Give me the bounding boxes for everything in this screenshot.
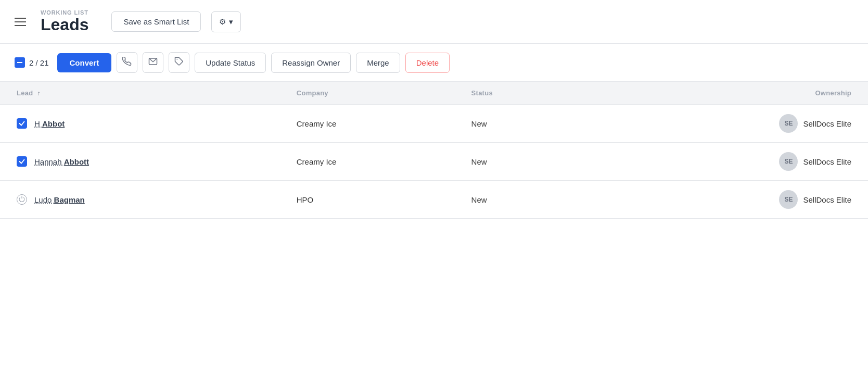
status-cell: New (461, 181, 583, 219)
sort-asc-icon: ↑ (37, 90, 40, 97)
leads-table-container: Lead ↑ Company Status Ownership H AbbotC… (0, 82, 868, 219)
ownership-cell: SESellDocs Elite (583, 105, 868, 143)
avatar: SE (779, 114, 798, 133)
page-header: WORKING LIST Leads Save as Smart List ⚙ … (0, 0, 868, 44)
tag-button[interactable] (169, 52, 189, 73)
save-smart-list-button[interactable]: Save as Smart List (111, 11, 201, 32)
lead-cell: H Abbot (0, 105, 286, 143)
owner-name: SellDocs Elite (803, 119, 851, 128)
row-checkbox[interactable] (17, 156, 27, 167)
email-icon (148, 57, 158, 68)
convert-button[interactable]: Convert (57, 53, 112, 72)
ownership-cell: SESellDocs Elite (583, 143, 868, 181)
merge-button[interactable]: Merge (356, 53, 400, 73)
lead-name[interactable]: Hannah Abbott (34, 157, 89, 166)
phone-icon (122, 57, 132, 68)
table-row: Ludo BagmanHPONewSESellDocs Elite (0, 181, 868, 219)
lead-cell: Hannah Abbott (0, 143, 286, 181)
table-header-row: Lead ↑ Company Status Ownership (0, 82, 868, 105)
chevron-down-icon: ▾ (229, 17, 233, 27)
avatar: SE (779, 152, 798, 171)
status-column-header: Status (461, 82, 583, 105)
action-toolbar: 2 / 21 Convert Update Status Reassign Ow… (0, 44, 868, 82)
owner-name: SellDocs Elite (803, 195, 851, 204)
lead-name[interactable]: Ludo Bagman (34, 195, 85, 204)
title-group: WORKING LIST Leads (41, 9, 88, 34)
lead-column-header[interactable]: Lead ↑ (0, 82, 286, 105)
delete-button[interactable]: Delete (405, 53, 450, 73)
table-row: Hannah AbbottCreamy IceNewSESellDocs Eli… (0, 143, 868, 181)
lead-name[interactable]: H Abbot (34, 119, 65, 128)
row-uncheck-icon[interactable] (17, 194, 27, 205)
ownership-column-header: Ownership (583, 82, 868, 105)
selection-count: 2 / 21 (15, 57, 49, 68)
company-cell: Creamy Ice (286, 143, 461, 181)
status-cell: New (461, 143, 583, 181)
company-column-header: Company (286, 82, 461, 105)
selected-count-text: 2 / 21 (29, 58, 49, 67)
phone-button[interactable] (117, 52, 137, 73)
owner-name: SellDocs Elite (803, 157, 851, 166)
tag-icon (174, 57, 184, 68)
update-status-button[interactable]: Update Status (195, 53, 266, 73)
lead-cell: Ludo Bagman (0, 181, 286, 219)
table-row: H AbbotCreamy IceNewSESellDocs Elite (0, 105, 868, 143)
ownership-cell: SESellDocs Elite (583, 181, 868, 219)
gear-dropdown-button[interactable]: ⚙ ▾ (211, 11, 241, 32)
page-title: Leads (41, 16, 88, 34)
status-cell: New (461, 105, 583, 143)
email-button[interactable] (143, 52, 163, 73)
leads-table: Lead ↑ Company Status Ownership H AbbotC… (0, 82, 868, 219)
gear-icon: ⚙ (219, 17, 226, 27)
menu-icon[interactable] (15, 18, 26, 26)
reassign-owner-button[interactable]: Reassign Owner (271, 53, 351, 73)
row-checkbox[interactable] (17, 118, 27, 129)
deselect-all-button[interactable] (15, 57, 25, 68)
company-cell: Creamy Ice (286, 105, 461, 143)
company-cell: HPO (286, 181, 461, 219)
avatar: SE (779, 190, 798, 209)
